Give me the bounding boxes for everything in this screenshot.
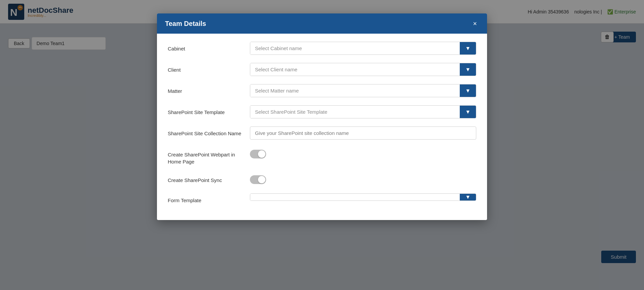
sync-control	[250, 173, 476, 185]
sharepoint-template-control: Select SharePoint Site Template ▼	[250, 105, 476, 118]
modal-overlay: Team Details × Cabinet Select Cabinet na…	[0, 0, 644, 290]
sharepoint-template-row: SharePoint Site Template Select SharePoi…	[168, 105, 476, 118]
cabinet-select-wrapper[interactable]: Select Cabinet name ▼	[250, 42, 476, 55]
sharepoint-template-dropdown-button[interactable]: ▼	[460, 106, 476, 118]
webpart-row: Create SharePoint Webpart in Home Page	[168, 148, 476, 165]
matter-chevron-icon: ▼	[465, 88, 471, 94]
matter-row: Matter Select Matter name ▼	[168, 84, 476, 97]
cabinet-label: Cabinet	[168, 42, 242, 52]
site-collection-control	[250, 126, 476, 140]
modal-header: Team Details ×	[157, 13, 487, 34]
sharepoint-template-select-wrapper[interactable]: Select SharePoint Site Template ▼	[250, 105, 476, 118]
sharepoint-template-chevron-icon: ▼	[465, 109, 471, 115]
form-template-select-input[interactable]	[250, 194, 460, 201]
form-template-dropdown-button[interactable]: ▼	[460, 194, 476, 201]
cabinet-dropdown-button[interactable]: ▼	[460, 42, 476, 55]
sync-toggle-track	[250, 175, 266, 184]
cabinet-chevron-icon: ▼	[465, 45, 471, 51]
client-row: Client Select Client name ▼	[168, 63, 476, 76]
client-select-wrapper[interactable]: Select Client name ▼	[250, 63, 476, 76]
matter-label: Matter	[168, 84, 242, 95]
sync-label: Create SharePoint Sync	[168, 173, 242, 184]
modal-title: Team Details	[165, 20, 206, 28]
sharepoint-template-label: SharePoint Site Template	[168, 105, 242, 116]
modal-body: Cabinet Select Cabinet name ▼ Client Sel…	[157, 34, 487, 220]
matter-control: Select Matter name ▼	[250, 84, 476, 97]
matter-select-input[interactable]: Select Matter name	[250, 84, 460, 97]
site-collection-input[interactable]	[250, 126, 476, 140]
client-control: Select Client name ▼	[250, 63, 476, 76]
matter-dropdown-button[interactable]: ▼	[460, 84, 476, 97]
team-details-modal: Team Details × Cabinet Select Cabinet na…	[157, 13, 487, 220]
webpart-label: Create SharePoint Webpart in Home Page	[168, 148, 242, 165]
client-select-input[interactable]: Select Client name	[250, 63, 460, 76]
webpart-toggle-track	[250, 150, 266, 158]
webpart-toggle[interactable]	[250, 150, 266, 158]
sync-toggle-thumb	[258, 176, 265, 183]
form-template-label: Form Template	[168, 193, 242, 204]
sync-row: Create SharePoint Sync	[168, 173, 476, 185]
form-template-chevron-icon: ▼	[465, 194, 471, 200]
webpart-toggle-thumb	[258, 150, 265, 158]
webpart-control	[250, 148, 476, 160]
site-collection-row: SharePoint Site Collection Name	[168, 126, 476, 140]
sync-toggle[interactable]	[250, 175, 266, 184]
form-template-control: ▼	[250, 193, 476, 201]
cabinet-control: Select Cabinet name ▼	[250, 42, 476, 55]
cabinet-row: Cabinet Select Cabinet name ▼	[168, 42, 476, 55]
cabinet-select-input[interactable]: Select Cabinet name	[250, 42, 460, 55]
site-collection-label: SharePoint Site Collection Name	[168, 126, 242, 137]
sharepoint-template-select-input[interactable]: Select SharePoint Site Template	[250, 106, 460, 118]
modal-close-button[interactable]: ×	[471, 20, 479, 28]
form-template-select-wrapper[interactable]: ▼	[250, 193, 476, 201]
form-template-row: Form Template ▼	[168, 193, 476, 204]
client-dropdown-button[interactable]: ▼	[460, 63, 476, 76]
client-chevron-icon: ▼	[465, 67, 471, 73]
client-label: Client	[168, 63, 242, 73]
matter-select-wrapper[interactable]: Select Matter name ▼	[250, 84, 476, 97]
